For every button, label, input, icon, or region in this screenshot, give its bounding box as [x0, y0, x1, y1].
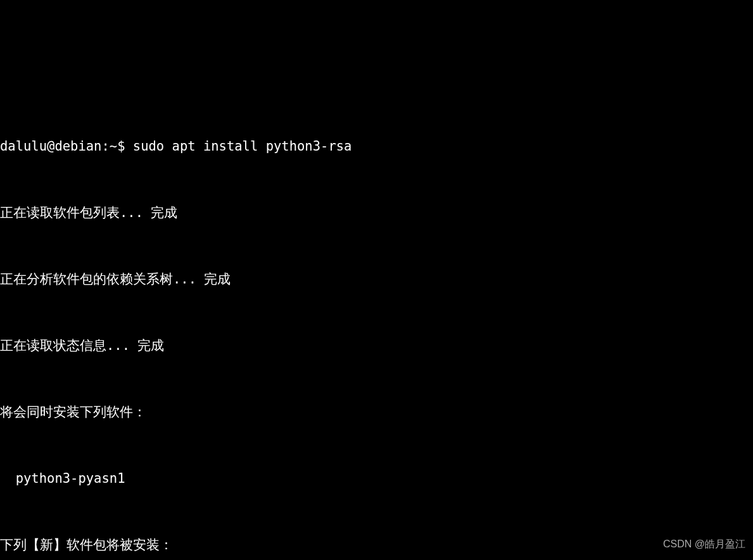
output-line: 正在分析软件包的依赖关系树... 完成	[0, 268, 753, 290]
output-line: 下列【新】软件包将被安装：	[0, 534, 753, 556]
output-line: python3-pyasn1	[0, 468, 753, 490]
output-line: 正在读取软件包列表... 完成	[0, 202, 753, 224]
watermark-text: CSDN @皓月盈江	[663, 533, 745, 555]
output-line: 正在读取状态信息... 完成	[0, 335, 753, 357]
command-text: sudo apt install python3-rsa	[133, 139, 352, 154]
output-line: 将会同时安装下列软件：	[0, 401, 753, 423]
prompt-line: dalulu@debian:~$ sudo apt install python…	[0, 135, 753, 158]
prompt-user-host: dalulu@debian	[0, 139, 101, 154]
prompt-symbol: $	[117, 139, 125, 154]
prompt-path: ~	[110, 139, 117, 154]
terminal-window[interactable]: dalulu@debian:~$ sudo apt install python…	[0, 89, 753, 560]
